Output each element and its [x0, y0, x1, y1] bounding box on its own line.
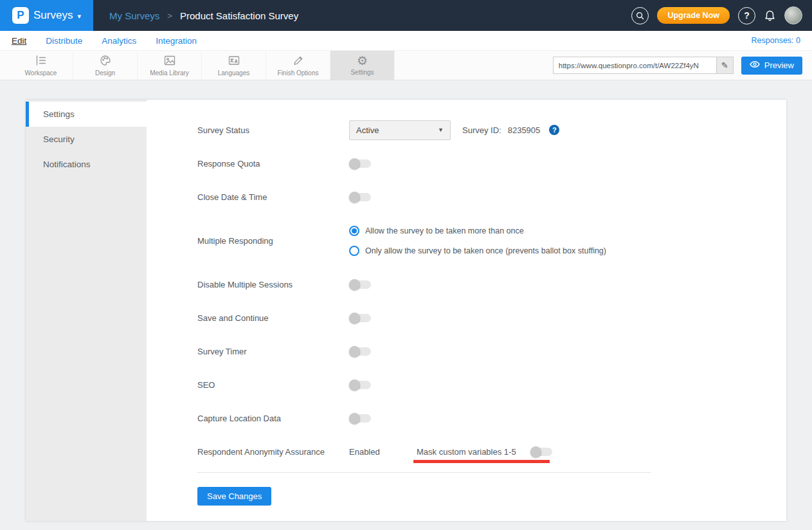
survey-timer-toggle[interactable] [349, 347, 371, 356]
toolbar-item-workspace[interactable]: Workspace [9, 51, 73, 80]
radio-selected-icon [349, 226, 359, 236]
tab-analytics[interactable]: Analytics [102, 36, 136, 46]
row-survey-timer: Survey Timer [197, 334, 786, 368]
toolbar-item-finish-options[interactable]: Finish Options [266, 51, 330, 80]
capture-location-label: Capture Location Data [197, 414, 349, 423]
questionpro-logo-icon: P [12, 7, 29, 24]
seo-toggle[interactable] [349, 381, 371, 389]
edit-url-button[interactable]: ✎ [716, 57, 734, 74]
row-response-quota: Response Quota [197, 147, 786, 180]
save-changes-button[interactable]: Save Changes [197, 487, 271, 506]
chevron-down-icon: ▼ [438, 127, 444, 133]
radio-allow-once-label: Only allow the survey to be taken once (… [365, 246, 606, 255]
toolbar-item-label: Media Library [150, 69, 189, 77]
save-continue-toggle[interactable] [349, 314, 371, 322]
annotation-red-underline [413, 460, 550, 463]
tab-distribute[interactable]: Distribute [46, 36, 82, 46]
mask-variables-label: Mask custom variables 1-5 [417, 447, 530, 457]
survey-id-help-icon[interactable]: ? [549, 125, 559, 135]
toolbar-item-settings[interactable]: ⚙ Settings [330, 51, 395, 80]
survey-url-input[interactable] [553, 57, 716, 74]
radio-allow-once[interactable]: Only allow the survey to be taken once (… [349, 246, 606, 256]
pencil-brush-icon [292, 55, 305, 68]
eye-icon [750, 60, 760, 70]
sidebar-item-settings[interactable]: Settings [26, 102, 147, 127]
toolbar-item-label: Workspace [25, 69, 57, 77]
settings-form: Survey Status Active ▼ Survey ID: 823590… [147, 100, 786, 521]
breadcrumb-separator-icon: > [167, 11, 172, 21]
anonymity-label: Respondent Anonymity Assurance [197, 447, 349, 457]
response-quota-toggle[interactable] [349, 160, 371, 168]
toolbar-item-label: Languages [218, 69, 250, 77]
save-continue-label: Save and Continue [197, 313, 349, 323]
radio-allow-multiple-label: Allow the survey to be taken more than o… [365, 226, 524, 235]
anonymity-status: Enabled [349, 447, 417, 457]
seo-label: SEO [197, 380, 349, 390]
form-divider [197, 472, 651, 473]
close-date-label: Close Date & Time [197, 192, 349, 202]
responses-count[interactable]: Responses: 0 [752, 36, 800, 45]
survey-status-value: Active [356, 125, 379, 135]
settings-card: Settings Security Notifications Survey S… [26, 100, 786, 521]
survey-url-group: ✎ [553, 57, 734, 74]
main-area: Settings Security Notifications Survey S… [0, 80, 812, 521]
survey-status-label: Survey Status [197, 125, 349, 135]
pencil-icon: ✎ [721, 60, 728, 70]
tab-edit[interactable]: Edit [12, 36, 26, 46]
survey-timer-label: Survey Timer [197, 347, 349, 356]
radio-unselected-icon [349, 246, 359, 256]
mask-variables-toggle[interactable] [530, 448, 552, 456]
breadcrumb: My Surveys > Product Satisfaction Survey [109, 10, 298, 21]
response-quota-label: Response Quota [197, 159, 349, 169]
toolbar-item-label: Settings [350, 69, 374, 76]
close-date-toggle[interactable] [349, 193, 371, 201]
disable-sessions-toggle[interactable] [349, 280, 371, 289]
row-seo: SEO [197, 368, 786, 401]
survey-id-label: Survey ID: [462, 125, 501, 135]
edit-toolbar: Workspace Design Media Library Languages… [0, 50, 812, 80]
toolbar-item-label: Finish Options [278, 69, 319, 77]
workspace-icon [35, 55, 48, 68]
row-multiple-responding: Multiple Responding Allow the survey to … [197, 214, 786, 268]
topbar-actions: Upgrade Now ? [631, 6, 802, 24]
settings-sidebar: Settings Security Notifications [26, 100, 147, 521]
breadcrumb-my-surveys[interactable]: My Surveys [109, 10, 159, 21]
capture-location-toggle[interactable] [349, 414, 371, 423]
toolbar-item-media-library[interactable]: Media Library [138, 51, 202, 80]
notifications-bell-icon[interactable] [764, 10, 776, 22]
row-anonymity: Respondent Anonymity Assurance Enabled M… [197, 435, 786, 468]
breadcrumb-current-survey: Product Satisfaction Survey [180, 10, 298, 21]
product-name: Surveys [33, 9, 73, 22]
sidebar-item-notifications[interactable]: Notifications [26, 152, 147, 177]
toolbar-item-languages[interactable]: Languages [202, 51, 266, 80]
multiple-responding-label: Multiple Responding [197, 236, 349, 246]
toolbar-item-design[interactable]: Design [73, 51, 138, 80]
row-close-date: Close Date & Time [197, 180, 786, 214]
row-capture-location: Capture Location Data [197, 401, 786, 435]
search-icon[interactable] [631, 7, 649, 24]
palette-icon [99, 55, 112, 68]
section-tabs: Edit Distribute Analytics Integration Re… [0, 31, 812, 50]
row-disable-sessions: Disable Multiple Sessions [197, 268, 786, 301]
help-icon[interactable]: ? [738, 7, 755, 24]
top-bar: P Surveys ▾ My Surveys > Product Satisfa… [0, 0, 812, 31]
sidebar-item-security[interactable]: Security [26, 127, 147, 152]
translate-icon [228, 55, 240, 68]
tab-integration[interactable]: Integration [156, 36, 197, 46]
preview-label: Preview [764, 60, 794, 70]
upgrade-now-button[interactable]: Upgrade Now [657, 7, 730, 24]
row-save-continue: Save and Continue [197, 301, 786, 334]
radio-allow-multiple[interactable]: Allow the survey to be taken more than o… [349, 226, 524, 236]
preview-button[interactable]: Preview [741, 57, 802, 75]
image-icon [163, 55, 176, 68]
row-survey-status: Survey Status Active ▼ Survey ID: 823590… [197, 113, 786, 147]
product-switcher[interactable]: P Surveys ▾ [0, 0, 93, 31]
survey-id-value: 8235905 [508, 125, 541, 135]
gear-icon: ⚙ [357, 55, 368, 67]
user-avatar[interactable] [784, 6, 802, 24]
disable-sessions-label: Disable Multiple Sessions [197, 280, 349, 289]
toolbar-item-label: Design [95, 69, 115, 77]
survey-status-select[interactable]: Active ▼ [349, 120, 451, 140]
chevron-down-icon: ▾ [77, 12, 81, 21]
toolbar-right: ✎ Preview [553, 51, 802, 80]
